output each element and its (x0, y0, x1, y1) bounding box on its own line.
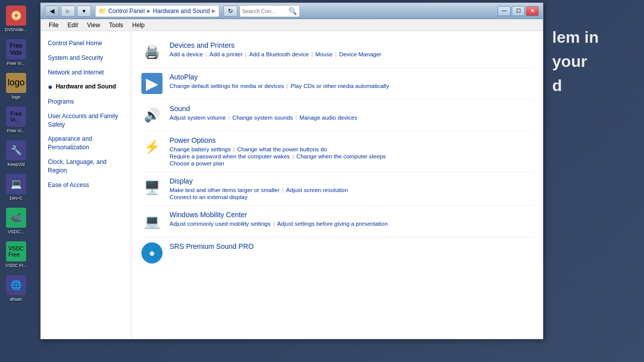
link-play-cds[interactable]: Play CDs or other media automatically (291, 83, 389, 89)
menu-view[interactable]: View (83, 21, 104, 30)
category-sound: 🔊 Sound Adjust system volume | Change sy… (141, 100, 533, 131)
category-display: 🖥️ Display Make text and other items lar… (141, 172, 533, 206)
link-manage-audio[interactable]: Manage audio devices (299, 115, 357, 121)
mobility-icon: 💻 (141, 211, 163, 232)
sidebar-item-programs[interactable]: Programs (41, 95, 131, 109)
dropdown-button[interactable]: ▾ (77, 6, 91, 17)
desktop-icon-6[interactable]: 💻 Dev-C (1, 171, 31, 204)
link-connect-external[interactable]: Connect to an external display (170, 194, 248, 200)
path-hardware-sound[interactable]: Hardware and Sound (153, 8, 210, 15)
desktop-icon-3[interactable]: logo logo (1, 70, 31, 103)
close-button[interactable]: ✕ (526, 6, 539, 16)
back-button[interactable]: ◀ (45, 6, 59, 17)
search-input[interactable] (242, 8, 287, 14)
sound-content: Sound Adjust system volume | Change syst… (170, 105, 533, 121)
desktop-icon-5[interactable]: 🔧 KeepVid (1, 137, 31, 170)
desktop-icon-8[interactable]: VSDCFree VSDC Fr... (1, 238, 31, 271)
desktop-icons: 📀 DVDVide... FreeVide Free Vi... logo lo… (0, 0, 33, 362)
address-bar[interactable]: 📁 Control Panel ▶ Hardware and Sound ▶ (95, 5, 219, 17)
sidebar-item-appearance[interactable]: Appearance and Personalization (41, 132, 131, 155)
sidebar-item-clock-language[interactable]: Clock, Language, and Region (41, 155, 131, 178)
link-adjust-resolution[interactable]: Adjust screen resolution (286, 187, 348, 193)
category-mobility: 💻 Windows Mobility Center Adjust commonl… (141, 206, 533, 237)
link-change-battery[interactable]: Change battery settings (170, 146, 230, 152)
sidebar-item-system-security[interactable]: System and Security (41, 51, 131, 65)
link-mouse[interactable]: Mouse (315, 51, 333, 57)
menu-file[interactable]: File (45, 21, 62, 30)
background-text: lem in your d (552, 25, 599, 98)
sidebar-item-ease-of-access[interactable]: Ease of Access (41, 178, 131, 193)
desktop-icon-1[interactable]: 📀 DVDVide... (1, 3, 31, 35)
active-bullet: ● (48, 82, 53, 92)
autoplay-links: Change default settings for media or dev… (170, 83, 533, 89)
link-change-sounds[interactable]: Change system sounds (232, 115, 293, 121)
sidebar-item-hardware-sound: ● Hardware and Sound (41, 79, 131, 95)
power-options-title[interactable]: Power Options (170, 136, 533, 144)
desktop-icon-9[interactable]: 🌐 ahsan (1, 272, 31, 305)
link-add-printer[interactable]: Add a printer (210, 51, 243, 57)
autoplay-title[interactable]: AutoPlay (170, 73, 533, 81)
link-adjust-presentation[interactable]: Adjust settings before giving a presenta… (277, 221, 388, 227)
forward-button[interactable]: ▶ (61, 6, 75, 17)
path-control-panel[interactable]: Control Panel (108, 8, 145, 15)
menu-edit[interactable]: Edit (63, 21, 82, 30)
display-title[interactable]: Display (170, 177, 533, 185)
sidebar-label-clock-language: Clock, Language, and Region (48, 158, 124, 175)
search-box: 🔍 (239, 5, 300, 17)
search-icon[interactable]: 🔍 (288, 7, 297, 15)
refresh-button[interactable]: ↻ (223, 6, 237, 17)
sidebar-label-appearance: Appearance and Personalization (48, 135, 124, 152)
sidebar-item-user-accounts[interactable]: User Accounts and Family Safety (41, 109, 131, 132)
sidebar-item-network-internet[interactable]: Network and Internet (41, 65, 131, 80)
link-adjust-mobility[interactable]: Adjust commonly used mobility settings (170, 221, 271, 227)
display-content: Display Make text and other items larger… (170, 177, 533, 200)
desktop-icon-2[interactable]: FreeVide Free Vi... (1, 36, 31, 69)
control-panel-window: ◀ ▶ ▾ 📁 Control Panel ▶ Hardware and Sou… (40, 3, 543, 339)
mobility-title[interactable]: Windows Mobility Center (170, 211, 533, 219)
devices-printers-content: Devices and Printers Add a device | Add … (170, 41, 533, 57)
mobility-links: Adjust commonly used mobility settings |… (170, 221, 533, 227)
srs-title[interactable]: SRS Premium Sound PRO (170, 242, 533, 250)
link-device-manager[interactable]: Device Manager (339, 51, 381, 57)
srs-icon: ● (141, 242, 163, 263)
sidebar-label-hardware-sound: Hardware and Sound (56, 82, 116, 91)
srs-content: SRS Premium Sound PRO (170, 242, 533, 252)
minimize-button[interactable]: — (498, 6, 511, 16)
content-area: Control Panel Home System and Security N… (41, 31, 543, 339)
link-adjust-volume[interactable]: Adjust system volume (170, 115, 226, 121)
sound-title[interactable]: Sound (170, 105, 533, 113)
menu-help[interactable]: Help (128, 21, 149, 30)
autoplay-icon: ▶ (141, 73, 163, 94)
link-change-default[interactable]: Change default settings for media or dev… (170, 83, 284, 89)
title-bar: ◀ ▶ ▾ 📁 Control Panel ▶ Hardware and Sou… (41, 3, 543, 19)
sidebar-label-system-security: System and Security (48, 54, 103, 62)
category-devices-printers: 🖨️ Devices and Printers Add a device | A… (141, 36, 533, 68)
link-power-buttons[interactable]: Change what the power buttons do (237, 146, 327, 152)
devices-printers-title[interactable]: Devices and Printers (170, 41, 533, 49)
link-make-text[interactable]: Make text and other items larger or smal… (170, 187, 280, 193)
category-srs: ● SRS Premium Sound PRO (141, 237, 533, 268)
link-change-sleeps[interactable]: Change when the computer sleeps (296, 153, 386, 159)
category-power-options: ⚡ Power Options Change battery settings … (141, 131, 533, 172)
sidebar-label-programs: Programs (48, 98, 74, 106)
menu-tools[interactable]: Tools (105, 21, 127, 30)
desktop-icon-7[interactable]: 📹 VSDC... (1, 205, 31, 237)
sidebar-label-network-internet: Network and Internet (48, 68, 104, 77)
devices-printers-icon: 🖨️ (141, 41, 163, 62)
power-options-links-3: Choose a power plan (170, 160, 533, 166)
link-add-bluetooth[interactable]: Add a Bluetooth device (249, 51, 308, 57)
link-require-password[interactable]: Require a password when the computer wak… (170, 153, 290, 159)
desktop-icon-4[interactable]: FreeVi.. Free Vi... (1, 104, 31, 136)
link-choose-plan[interactable]: Choose a power plan (170, 160, 224, 166)
sidebar-item-control-panel-home[interactable]: Control Panel Home (41, 36, 131, 51)
link-add-device[interactable]: Add a device (170, 51, 203, 57)
autoplay-content: AutoPlay Change default settings for med… (170, 73, 533, 89)
category-autoplay: ▶ AutoPlay Change default settings for m… (141, 68, 533, 100)
maximize-button[interactable]: ☐ (512, 6, 525, 16)
sound-links: Adjust system volume | Change system sou… (170, 115, 533, 121)
sidebar-label-user-accounts: User Accounts and Family Safety (48, 112, 124, 129)
main-panel: 🖨️ Devices and Printers Add a device | A… (131, 31, 543, 339)
address-icon: 📁 (99, 8, 106, 15)
display-links-2: Connect to an external display (170, 194, 533, 200)
sidebar-label-ease-of-access: Ease of Access (48, 181, 89, 190)
